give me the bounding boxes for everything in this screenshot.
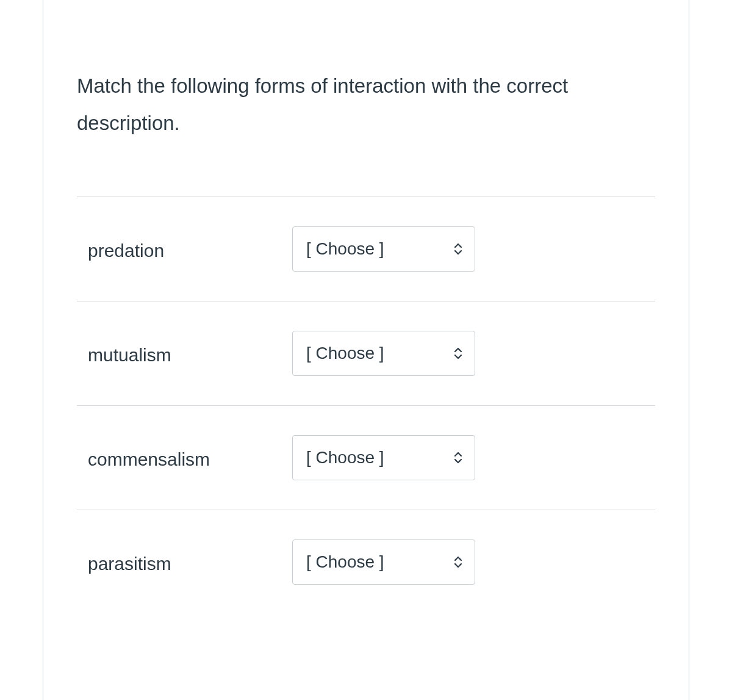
select-value: [ Choose ] [306, 239, 434, 259]
chevron-up-down-icon [453, 346, 464, 361]
select-wrap: [ Choose ] [292, 331, 475, 376]
match-label: predation [88, 236, 292, 262]
match-label: commensalism [88, 445, 292, 471]
match-row-mutualism: mutualism [ Choose ] [77, 301, 655, 405]
select-value: [ Choose ] [306, 552, 434, 572]
chevron-up-down-icon [453, 450, 464, 465]
match-label: parasitism [88, 549, 292, 576]
match-row-commensalism: commensalism [ Choose ] [77, 405, 655, 510]
select-parasitism[interactable]: [ Choose ] [292, 539, 475, 585]
chevron-up-down-icon [453, 555, 464, 569]
select-mutualism[interactable]: [ Choose ] [292, 331, 475, 376]
match-row-parasitism: parasitism [ Choose ] [77, 510, 655, 614]
select-wrap: [ Choose ] [292, 539, 475, 585]
select-value: [ Choose ] [306, 448, 434, 467]
chevron-up-down-icon [453, 242, 464, 256]
question-prompt: Match the following forms of interaction… [77, 67, 655, 142]
select-wrap: [ Choose ] [292, 226, 475, 272]
match-label: mutualism [88, 341, 292, 367]
question-body: Match the following forms of interaction… [43, 0, 689, 638]
select-predation[interactable]: [ Choose ] [292, 226, 475, 272]
question-card: Match the following forms of interaction… [43, 0, 689, 700]
select-value: [ Choose ] [306, 344, 434, 363]
match-table: predation [ Choose ] mutualism [ Choo [77, 197, 655, 614]
select-commensalism[interactable]: [ Choose ] [292, 435, 475, 480]
select-wrap: [ Choose ] [292, 435, 475, 480]
match-row-predation: predation [ Choose ] [77, 197, 655, 301]
